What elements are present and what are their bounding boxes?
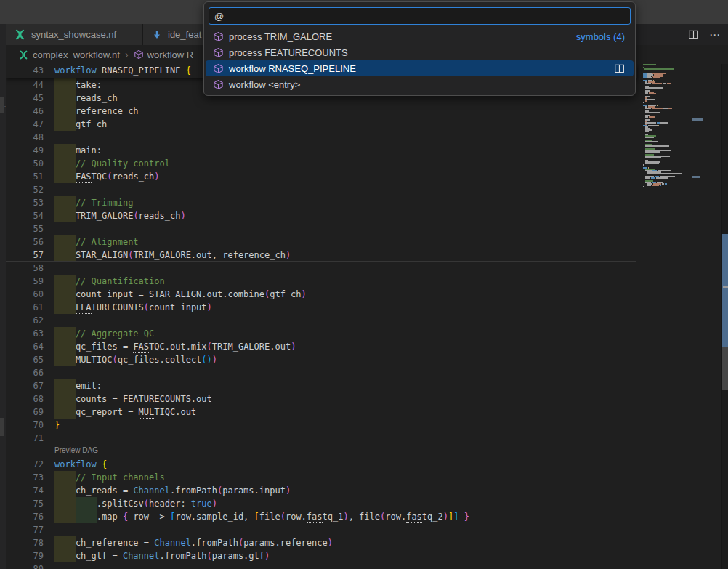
minimap-line [645, 112, 661, 113]
minimap[interactable] [637, 64, 710, 569]
code-line-79[interactable]: 79 ch_gtf = Channel.fromPath(params.gtf) [6, 549, 637, 562]
line-number: 51 [6, 170, 44, 183]
line-number: 66 [6, 366, 44, 379]
quick-pick-input[interactable]: @ [209, 7, 631, 25]
right-scrollbar-strip[interactable] [721, 64, 728, 569]
breadcrumb-file[interactable]: complex_workflow.nf [33, 49, 120, 60]
quick-pick-item[interactable]: process TRIM_GALOREsymbols (4) [206, 28, 634, 44]
code-line-74[interactable]: 74 ch_reads = Channel.fromPath(params.in… [6, 484, 637, 497]
code-line-59[interactable]: 59 // Quantification [6, 275, 637, 288]
tab-label: ide_feat [168, 29, 201, 40]
code-line-73[interactable]: 73 // Input channels [6, 471, 637, 484]
line-text: .splitCsv(header: true) [54, 497, 217, 510]
line-number: 47 [6, 118, 44, 131]
line-text: } [54, 419, 60, 432]
code-line-65[interactable]: 65 MULTIQC(qc_files.collect()) [6, 353, 637, 366]
code-line-71[interactable]: 71 [6, 432, 637, 445]
code-line-72[interactable]: 72workflow { [6, 458, 637, 471]
line-text: counts = FEATURECOUNTS.out [54, 392, 212, 405]
left-strip-thumb[interactable] [0, 97, 4, 113]
line-number: 58 [6, 262, 44, 275]
code-line-56[interactable]: 56 // Alignment [6, 235, 637, 249]
code-line-50[interactable]: 50 // Quality control [6, 157, 637, 170]
scrollbar-segment[interactable] [722, 234, 728, 347]
line-text: qc_files = FASTQC.out.mix(TRIM_GALORE.ou… [54, 340, 296, 353]
code-line-58[interactable]: 58 [6, 262, 637, 275]
quick-pick-item-label: workflow <entry> [229, 79, 300, 90]
quick-pick-item[interactable]: workflow <entry> [206, 76, 634, 92]
line-text: // Trimming [54, 196, 133, 209]
code-line-60[interactable]: 60 count_input = STAR_ALIGN.out.combine(… [6, 288, 637, 301]
code-line-53[interactable]: 53 // Trimming [6, 196, 637, 209]
codelens-preview-dag[interactable]: Preview DAG [54, 445, 98, 456]
code-line-52[interactable]: 52 [6, 183, 637, 196]
quick-pick-item-label: process TRIM_GALORE [229, 31, 332, 42]
split-editor-action-icon[interactable] [614, 63, 625, 74]
code-line-51[interactable]: 51 FASTQC(reads_ch) [6, 170, 637, 183]
vscode-window: syntax_showcase.nf ide_feat ⋯ [0, 0, 728, 569]
code-line-47[interactable]: 47 gtf_ch [6, 118, 637, 131]
minimap-line [643, 64, 657, 65]
line-text: ch_gtf = Channel.fromPath(params.gtf) [54, 549, 270, 562]
symbol-cube-icon [134, 49, 144, 60]
line-number: 62 [6, 314, 44, 327]
line-number: 78 [6, 536, 44, 549]
split-editor-button[interactable] [688, 29, 699, 40]
code-line-76[interactable]: 76 .map { row -> [row.sample_id, [file(r… [6, 510, 637, 523]
minimap-line [645, 145, 670, 147]
code-line-48[interactable]: 48 [6, 131, 637, 144]
minimap-line [645, 83, 671, 84]
line-text: // Aggregate QC [54, 327, 154, 340]
scrollbar-segment[interactable] [722, 347, 728, 390]
code-line-55[interactable]: 55 [6, 222, 637, 235]
line-number: 61 [6, 301, 44, 314]
code-line-68[interactable]: 68 counts = FEATURECOUNTS.out [6, 392, 637, 405]
left-edge-strip: ... [0, 24, 6, 569]
breadcrumb-symbol[interactable]: workflow R [147, 49, 194, 60]
line-number: 74 [6, 484, 44, 497]
line-number: 59 [6, 275, 44, 288]
line-number: 79 [6, 549, 44, 562]
left-strip-thumb[interactable] [0, 418, 4, 436]
line-number: 54 [6, 209, 44, 222]
code-line-63[interactable]: 63 // Aggregate QC [6, 327, 637, 340]
code-line-49[interactable]: 49 main: [6, 144, 637, 157]
line-text: ch_reads = Channel.fromPath(params.input… [54, 484, 291, 497]
code-line-67[interactable]: 67 emit: [6, 379, 637, 392]
line-number: 80 [6, 562, 44, 569]
line-number: 52 [6, 183, 44, 196]
code-line-80[interactable]: 80 [6, 562, 637, 569]
quick-pick-query: @ [214, 11, 224, 22]
tab-syntax-showcase[interactable]: syntax_showcase.nf [6, 24, 143, 45]
code-line-64[interactable]: 64 qc_files = FASTQC.out.mix(TRIM_GALORE… [6, 340, 637, 353]
code-line-69[interactable]: 69 qc_report = MULTIQC.out [6, 405, 637, 419]
line-text: // Input channels [54, 471, 165, 484]
line-text: FEATURECOUNTS(count_input) [54, 301, 212, 314]
line-text: .map { row -> [row.sample_id, [file(row.… [54, 510, 469, 523]
scrollbar-segment[interactable] [723, 286, 728, 288]
code-line-75[interactable]: 75 .splitCsv(header: true) [6, 497, 637, 510]
code-line-46[interactable]: 46 reference_ch [6, 105, 637, 118]
more-actions-button[interactable]: ⋯ [709, 28, 721, 41]
line-number: 76 [6, 510, 44, 523]
line-number: 43 [6, 64, 44, 77]
line-number: 67 [6, 379, 44, 392]
line-number: 70 [6, 419, 44, 432]
code-line-54[interactable]: 54 TRIM_GALORE(reads_ch) [6, 209, 637, 222]
code-line-78[interactable]: 78 ch_reference = Channel.fromPath(param… [6, 536, 637, 549]
code-line-66[interactable]: 66 [6, 366, 637, 379]
minimap-line [645, 122, 668, 124]
line-text: // Alignment [54, 235, 139, 249]
minimap-line [644, 70, 646, 71]
line-number: 68 [6, 392, 44, 405]
code-line-70[interactable]: 70} [6, 419, 637, 432]
minimap-line [645, 157, 662, 158]
quick-pick-item[interactable]: process FEATURECOUNTS [206, 44, 634, 60]
symbol-cube-icon [213, 63, 224, 74]
code-line-77[interactable]: 77 [6, 523, 637, 536]
nextflow-icon [19, 50, 28, 60]
code-line-62[interactable]: 62 [6, 314, 637, 327]
code-editor[interactable]: 44 take:45 reads_ch46 reference_ch47 gtf… [6, 64, 721, 569]
quick-pick-item[interactable]: workflow RNASEQ_PIPELINE [206, 60, 634, 76]
code-line-61[interactable]: 61 FEATURECOUNTS(count_input) [6, 301, 637, 314]
